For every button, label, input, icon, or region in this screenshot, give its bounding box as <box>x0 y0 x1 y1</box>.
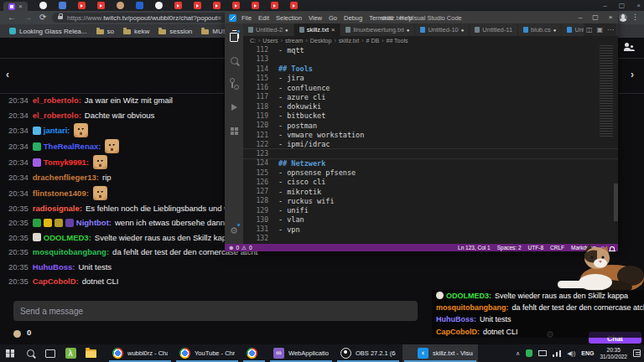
taskbar-app-button[interactable]: YouTube - Chromi... <box>174 344 240 362</box>
menu-item[interactable]: Debug <box>344 14 362 22</box>
tab-favicon[interactable] <box>117 2 124 9</box>
breadcrumb-item[interactable]: Desktop› <box>310 38 339 44</box>
breadcrumb-item[interactable]: C:› <box>250 38 262 44</box>
menu-item[interactable]: Go <box>329 14 337 22</box>
more-actions-icon[interactable]: ⋯ <box>607 26 614 34</box>
editor-tab[interactable]: Untitled-11 <box>470 23 517 36</box>
chrome-menu-icon[interactable]: ⋮ <box>631 13 639 21</box>
reload-icon[interactable]: ⟳ <box>39 11 46 24</box>
tab-favicon[interactable] <box>59 2 66 9</box>
vscode-maximize-button[interactable]: ▢ <box>588 12 603 23</box>
bookmark-item[interactable]: kekw <box>123 28 149 35</box>
channel-points-icon[interactable] <box>13 330 21 338</box>
code-editor[interactable]: 112 - mqtt 113 114 ## Tools 115 - jira <box>243 45 618 244</box>
display-tray-icon[interactable] <box>538 350 547 356</box>
editor-scrollbar[interactable] <box>614 184 618 221</box>
taskbar-clock[interactable]: 20:35 31/10/2022 <box>600 347 627 360</box>
status-item[interactable]: Ln 123, Col 1 <box>458 245 491 251</box>
manage-gear-icon[interactable]: ⚙ <box>225 220 243 240</box>
menu-item[interactable]: Terminal <box>369 14 392 22</box>
search-icon[interactable] <box>225 50 243 70</box>
status-item[interactable]: Spaces: 2 <box>497 245 522 251</box>
split-editor-icon[interactable]: ◫ <box>586 26 593 34</box>
chat-username[interactable]: radiosignale <box>33 204 82 213</box>
keyboard-language[interactable]: ENG <box>581 350 594 356</box>
breadcrumb-item[interactable]: skillz.txt› <box>339 38 366 44</box>
taskbar-app-button[interactable]: OBS 27.2.1 (64-bit, ... <box>335 344 401 362</box>
taskbar-app-button[interactable] <box>242 344 267 362</box>
run-debug-icon[interactable] <box>225 97 243 117</box>
menu-item[interactable]: Edit <box>258 14 269 22</box>
chat-username[interactable]: HuhuBoss <box>33 262 75 272</box>
minimap[interactable] <box>600 45 613 137</box>
bookmark-item[interactable]: so <box>96 28 114 35</box>
tab-favicon[interactable] <box>155 2 163 9</box>
problems-status[interactable]: ⊗0 ⚠0 <box>229 245 252 251</box>
chat-username[interactable]: TheRealRenax <box>44 142 101 151</box>
editor-tab[interactable]: linuxbewertung.txt ● <box>340 23 414 36</box>
tab-favicon[interactable] <box>97 2 105 9</box>
bookmark-item[interactable]: Looking Glass Relea... <box>9 28 87 35</box>
back-icon[interactable]: ← <box>8 11 16 24</box>
tab-favicon[interactable] <box>213 2 221 9</box>
bookmark-item[interactable]: session <box>158 28 192 35</box>
tab-close-icon[interactable]: × <box>18 3 23 10</box>
chat-emote[interactable] <box>105 139 119 153</box>
tab-favicon[interactable] <box>252 2 259 9</box>
forward-icon[interactable]: → <box>23 11 32 24</box>
chat-emote[interactable] <box>93 155 107 169</box>
tab-favicon[interactable] <box>39 2 47 9</box>
network-tray-icon[interactable] <box>553 350 561 357</box>
source-control-icon[interactable] <box>225 74 243 94</box>
taskbar-search-icon[interactable] <box>20 344 40 362</box>
chat-emote[interactable] <box>93 186 107 200</box>
action-center-icon[interactable] <box>633 349 641 357</box>
chrome-close-button[interactable]: × <box>636 2 641 9</box>
tab-favicon[interactable] <box>174 2 182 9</box>
status-item[interactable]: UTF-8 <box>528 245 543 251</box>
editor-tab[interactable]: Untitled-14 <box>616 23 618 36</box>
chat-username[interactable]: flintstone1409 <box>33 189 89 198</box>
lambda-app-icon[interactable] <box>60 344 80 362</box>
chat-username[interactable]: el_robertolo <box>33 111 81 120</box>
breadcrumb-item[interactable]: Users› <box>262 38 285 44</box>
editor-tab[interactable]: blub.cs ● <box>518 23 561 36</box>
tab-favicon[interactable] <box>271 2 278 9</box>
breadcrumb-item[interactable]: # DB› <box>366 38 387 44</box>
tab-favicon[interactable] <box>232 2 240 9</box>
chat-username[interactable]: CapCobolD <box>33 277 79 286</box>
menu-item[interactable]: View <box>309 14 322 22</box>
chat-username[interactable]: jantari <box>44 126 70 135</box>
editor-tab[interactable]: Untitled-10 ● <box>415 23 469 36</box>
menu-item[interactable]: Help <box>399 14 412 22</box>
layout-icon[interactable]: ▣ <box>596 26 603 34</box>
task-view-icon[interactable] <box>40 344 60 362</box>
profile-avatar[interactable] <box>619 13 627 22</box>
menu-item[interactable]: Selection <box>276 14 302 22</box>
volume-tray-icon[interactable]: ◀)) <box>567 350 575 357</box>
tray-expand-icon[interactable]: ∧ <box>516 350 520 357</box>
chat-username[interactable]: mosquitobangbang <box>33 247 109 256</box>
taskbar-app-button[interactable]: WebApplication11... <box>268 344 334 362</box>
tab-favicon[interactable] <box>194 2 201 9</box>
security-tray-icon[interactable] <box>526 349 532 357</box>
viewer-list-icon[interactable] <box>624 43 634 52</box>
extensions-icon[interactable] <box>225 121 243 141</box>
tab-favicon[interactable] <box>290 2 298 9</box>
start-button[interactable] <box>0 344 20 362</box>
tab-favicon[interactable] <box>136 2 143 9</box>
leaderboard-next-icon[interactable]: › <box>631 69 634 80</box>
editor-tab[interactable]: Untitled-2 ● <box>243 23 293 36</box>
chrome-maximize-button[interactable]: ▢ <box>619 2 626 9</box>
chrome-minimize-button[interactable]: – <box>603 2 606 9</box>
vscode-close-button[interactable]: × <box>603 12 618 23</box>
tab-close-icon[interactable]: × <box>331 26 335 34</box>
chat-username[interactable]: Tomyk9991 <box>44 158 89 167</box>
taskbar-app-button[interactable]: skillz.txt - Visual St... <box>402 344 478 362</box>
chat-username[interactable]: ODOLMED3 <box>44 233 91 242</box>
chat-username[interactable]: Nightbot <box>76 218 112 227</box>
breadcrumb-item[interactable]: stream› <box>285 38 310 44</box>
breadcrumb-item[interactable]: ## Tools› <box>387 38 408 44</box>
chrome-active-tab[interactable]: × <box>3 2 28 11</box>
tab-favicon[interactable] <box>78 2 86 9</box>
